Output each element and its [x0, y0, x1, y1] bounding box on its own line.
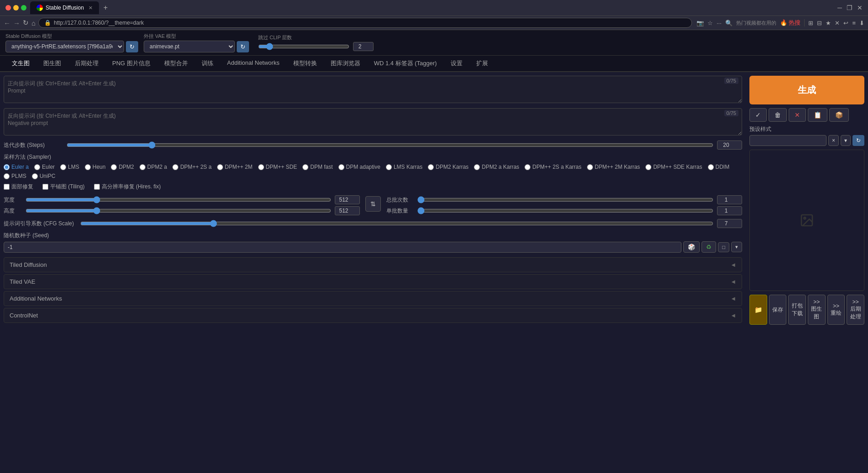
grid2-icon[interactable]: ⊟	[817, 20, 822, 26]
seed-input[interactable]	[4, 242, 681, 253]
minimize-window-icon[interactable]: ─	[837, 4, 842, 11]
batch-count-value[interactable]	[717, 195, 742, 204]
zip-action-btn[interactable]: 📦	[829, 108, 849, 122]
swap-btn[interactable]: ⇅	[365, 196, 381, 212]
hot-search-icon[interactable]: 🔥 热搜	[780, 19, 801, 27]
model-refresh-btn[interactable]: ↻	[126, 41, 138, 52]
tab-merge[interactable]: 模型合并	[158, 56, 194, 72]
face-restore-checkbox[interactable]: 面部修复	[4, 183, 33, 191]
tab-settings[interactable]: 设置	[444, 56, 469, 72]
sampler-dpm2[interactable]: DPM2	[111, 164, 134, 170]
grid-icon[interactable]: ⊞	[808, 20, 813, 26]
height-value[interactable]	[335, 206, 360, 215]
refresh-browser-btn[interactable]: ↻	[23, 19, 29, 27]
delete-action-btn[interactable]: 🗑	[769, 108, 787, 122]
sampler-euler-a[interactable]: Euler a	[4, 164, 29, 170]
folder-btn[interactable]: 📁	[749, 295, 767, 325]
tab-networks[interactable]: Additional Networks	[221, 56, 286, 72]
width-slider[interactable]	[26, 196, 331, 203]
copy-action-btn[interactable]: 📋	[808, 108, 827, 122]
hires-fix-checkbox[interactable]: 高分辨率修复 (Hires. fix)	[94, 183, 161, 191]
accordion-controlnet-header[interactable]: ControlNet ◄	[4, 308, 742, 322]
tab-tagger[interactable]: WD 1.4 标签器 (Tagger)	[368, 56, 443, 72]
sampler-dpm2-a[interactable]: DPM2 a	[140, 164, 167, 170]
accordion-additional-networks-header[interactable]: Additional Networks ◄	[4, 291, 742, 306]
browser-tab[interactable]: Stable Diffusion ✕	[30, 1, 99, 14]
cfg-value[interactable]	[717, 219, 742, 228]
close-btn[interactable]	[5, 5, 11, 10]
tab-postprocess[interactable]: 后期处理	[68, 56, 105, 72]
batch-size-value[interactable]	[717, 206, 742, 215]
zip-btn[interactable]: 打包下载	[788, 295, 806, 325]
bookmark-icon[interactable]: ☆	[707, 20, 713, 26]
address-input[interactable]	[54, 20, 686, 26]
seed-recycle-btn[interactable]: ♻	[702, 241, 716, 253]
sampler-dpm-2m[interactable]: DPM++ 2M	[217, 164, 253, 170]
img2img-btn[interactable]: >> 图生图	[808, 295, 826, 325]
sampler-lms-karras[interactable]: LMS Karras	[386, 164, 422, 170]
maximize-btn[interactable]	[21, 5, 26, 10]
clip-value[interactable]	[353, 42, 374, 51]
tab-train[interactable]: 训练	[195, 56, 220, 72]
vae-refresh-btn[interactable]: ↻	[237, 41, 249, 52]
sampler-dpm-sde[interactable]: DPM++ SDE	[258, 164, 297, 170]
sampler-ddim[interactable]: DDIM	[708, 164, 730, 170]
sampler-dpm-2s-a[interactable]: DPM++ 2S a	[172, 164, 212, 170]
tab-convert[interactable]: 模型转换	[287, 56, 323, 72]
restore-window-icon[interactable]: ❐	[847, 4, 852, 11]
close-tab-icon[interactable]: ✕	[88, 5, 93, 11]
height-slider[interactable]	[26, 207, 331, 214]
positive-prompt-input[interactable]	[4, 76, 742, 103]
generate-btn[interactable]: 生成	[749, 76, 864, 104]
sampler-plms[interactable]: PLMS	[4, 173, 26, 179]
steps-slider[interactable]	[67, 141, 713, 149]
preset-dropdown-btn[interactable]: ▾	[841, 135, 851, 146]
menu-icon[interactable]: ≡	[852, 20, 856, 26]
close-window-icon[interactable]: ✕	[857, 4, 863, 11]
more-icon[interactable]: ···	[717, 20, 722, 26]
new-tab-btn[interactable]: +	[101, 4, 110, 12]
seed-extra-btn[interactable]: □	[718, 242, 729, 252]
x-icon[interactable]: ✕	[835, 20, 840, 26]
sampler-heun[interactable]: Heun	[85, 164, 106, 170]
batch-size-slider[interactable]	[417, 207, 714, 214]
sampler-dpm-2m-karras[interactable]: DPM++ 2M Karras	[587, 164, 640, 170]
redraw-btn[interactable]: >> 重绘	[827, 295, 845, 325]
screenshot-icon[interactable]: 📷	[696, 20, 704, 26]
preset-input[interactable]	[749, 135, 826, 146]
sampler-dpm2-a-karras[interactable]: DPM2 a Karras	[474, 164, 519, 170]
address-input-wrap[interactable]: 🔒	[38, 18, 692, 28]
tab-img2img[interactable]: 图生图	[37, 56, 68, 72]
seed-dice-btn[interactable]: 🎲	[683, 241, 700, 253]
forward-btn[interactable]: →	[13, 19, 20, 27]
sampler-euler[interactable]: Euler	[34, 164, 55, 170]
steps-value[interactable]	[717, 140, 742, 150]
sampler-dpm-2s-a-karras[interactable]: DPM++ 2S a Karras	[525, 164, 581, 170]
batch-count-slider[interactable]	[417, 196, 714, 203]
star-icon[interactable]: ★	[826, 20, 831, 26]
seed-dropdown-btn[interactable]: ▾	[731, 242, 742, 252]
postprocess-btn[interactable]: >> 后期处理	[847, 295, 864, 325]
clip-slider[interactable]	[258, 43, 349, 50]
cfg-slider[interactable]	[80, 220, 713, 227]
sampler-dpm-adaptive[interactable]: DPM adaptive	[338, 164, 380, 170]
tiling-checkbox[interactable]: 平铺图 (Tiling)	[42, 183, 85, 191]
sampler-dpm2-karras[interactable]: DPM2 Karras	[428, 164, 468, 170]
sampler-lms[interactable]: LMS	[60, 164, 79, 170]
back-btn[interactable]: ←	[4, 19, 10, 27]
model-select[interactable]: anything-v5-PrtRE.safetensors [7f96a1a9c…	[5, 41, 124, 52]
preset-refresh-btn[interactable]: ↻	[852, 135, 864, 146]
tab-txt2img[interactable]: 文生图	[5, 56, 36, 72]
tab-png-info[interactable]: PNG 图片信息	[106, 56, 157, 72]
vae-select[interactable]: animevae.pt	[144, 41, 235, 52]
tab-browser[interactable]: 图库浏览器	[324, 56, 367, 72]
home-btn[interactable]: ⌂	[31, 19, 36, 27]
minimize-btn[interactable]	[13, 5, 19, 10]
tab-extensions[interactable]: 扩展	[470, 56, 494, 72]
sampler-unipc[interactable]: UniPC	[32, 173, 56, 179]
sampler-dpm-fast[interactable]: DPM fast	[302, 164, 333, 170]
accordion-tiled-diffusion-header[interactable]: Tiled Diffusion ◄	[4, 258, 742, 272]
preset-clear-btn[interactable]: ×	[828, 135, 839, 146]
sampler-dpm-sde-karras[interactable]: DPM++ SDE Karras	[645, 164, 702, 170]
negative-prompt-input[interactable]	[4, 108, 742, 135]
